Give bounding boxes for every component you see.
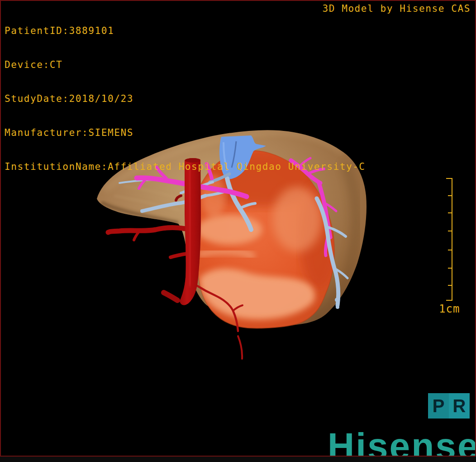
institution-label: InstitutionName:: [5, 161, 108, 172]
pr-badge-letter-r: R: [449, 393, 470, 419]
window-bottom-strip: [0, 457, 476, 462]
institution-line: InstitutionName:Affiliated Hospital Qing…: [5, 161, 366, 173]
pr-orientation-badge: P R: [428, 393, 470, 419]
manufacturer-line: Manufacturer:SIEMENS: [5, 127, 366, 139]
pr-badge-letter-p: P: [428, 393, 449, 419]
patient-id-line: PatientID:3889101: [5, 25, 366, 37]
patient-info-block: PatientID:3889101 Device:CT StudyDate:20…: [5, 3, 366, 195]
study-date-line: StudyDate:2018/10/23: [5, 93, 366, 105]
patient-id-label: PatientID:: [5, 25, 69, 36]
patient-id-value: 3889101: [69, 25, 114, 36]
volume-readouts: Tumor Volume:325.9ml Liver Volume:723.1m…: [5, 431, 146, 457]
hisense-logo: Hisense: [328, 425, 476, 457]
viewer-window: 1cm PatientID:3889101 Device:CT StudyDat…: [0, 0, 476, 457]
watermark-text: 3D Model by Hisense CAS: [322, 3, 471, 14]
manufacturer-label: Manufacturer:: [5, 127, 88, 138]
institution-value: Affiliated Hospital Qingdao University-C: [108, 161, 366, 172]
scale-bar-label: 1cm: [439, 303, 460, 315]
study-date-label: StudyDate:: [5, 93, 69, 104]
manufacturer-value: SIEMENS: [88, 127, 133, 138]
device-value: CT: [50, 59, 63, 70]
scale-bar: 1cm: [439, 178, 460, 315]
device-label: Device:: [5, 59, 50, 70]
device-line: Device:CT: [5, 59, 366, 71]
study-date-value: 2018/10/23: [69, 93, 133, 104]
